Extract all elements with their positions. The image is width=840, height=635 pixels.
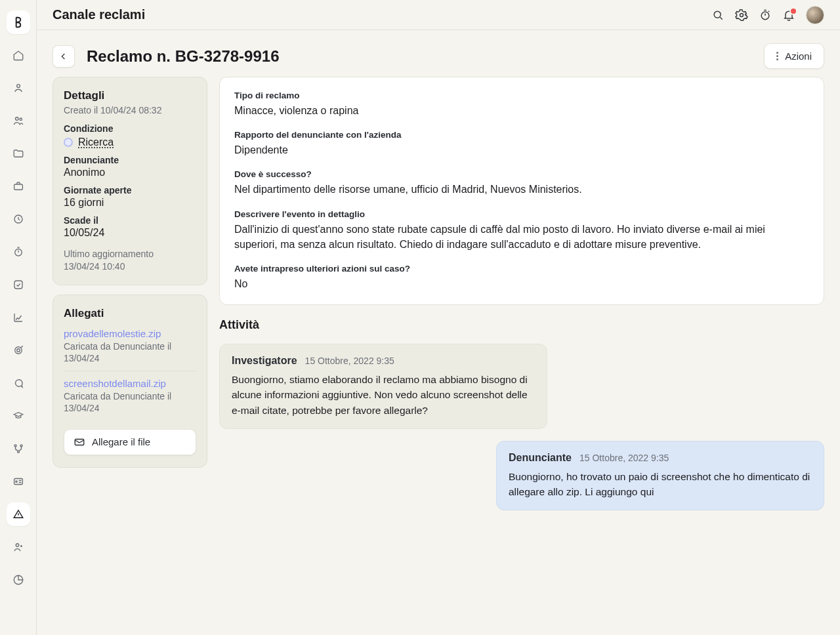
stopwatch-icon[interactable] xyxy=(759,9,772,22)
svg-rect-6 xyxy=(14,281,22,289)
reporter-label: Denunciante xyxy=(64,155,196,165)
activity-messages: Investigatore 15 Ottobre, 2022 9:35 Buon… xyxy=(219,344,824,510)
svg-point-10 xyxy=(20,445,22,447)
attachment-item: screenshotdellamail.zip Caricata da Denu… xyxy=(64,371,196,420)
message-time: 15 Ottobre, 2022 9:35 xyxy=(579,453,669,463)
message-body: Buongiorno, ho trovato un paio di screen… xyxy=(509,469,812,500)
svg-point-8 xyxy=(16,349,20,352)
header-tools xyxy=(711,6,824,24)
details-panel: Dettagli Creato il 10/04/24 08:32 Condiz… xyxy=(52,77,207,285)
nav-user-plus-icon[interactable] xyxy=(7,535,30,559)
attachments-panel: Allegati provadellemolestie.zip Caricata… xyxy=(52,295,207,468)
message-time: 15 Ottobre, 2022 9:35 xyxy=(305,356,394,366)
detail-label: Descrivere l'evento in dettaglio xyxy=(234,209,809,219)
attachment-link[interactable]: screenshotdellamail.zip xyxy=(64,378,166,389)
message-bubble-investigator: Investigatore 15 Ottobre, 2022 9:35 Buon… xyxy=(219,344,547,429)
svg-point-13 xyxy=(15,481,16,482)
nav-folder-icon[interactable] xyxy=(7,142,30,165)
where-value: Nel dipartimento delle risorse umane, uf… xyxy=(234,182,809,197)
search-icon[interactable] xyxy=(711,9,724,22)
settings-icon[interactable] xyxy=(735,9,748,22)
nav-alert-icon[interactable] xyxy=(7,502,30,526)
nav-card-icon[interactable] xyxy=(7,470,30,493)
details-title: Dettagli xyxy=(64,89,196,102)
report-card: Tipo di reclamo Minacce, violenza o rapi… xyxy=(219,77,824,305)
svg-point-15 xyxy=(714,11,721,18)
nav-chat-icon[interactable] xyxy=(7,371,30,395)
relation-value: Dipendente xyxy=(234,142,809,157)
nav-target-icon[interactable] xyxy=(7,338,30,362)
reporter-value: Anonimo xyxy=(64,167,196,178)
svg-point-14 xyxy=(16,544,19,547)
svg-point-11 xyxy=(17,451,19,453)
open-days-label: Giornate aperte xyxy=(64,185,196,195)
status-value[interactable]: Ricerca xyxy=(78,136,114,148)
message-bubble-reporter: Denunciante 15 Ottobre, 2022 9:35 Buongi… xyxy=(496,441,824,511)
attach-file-label: Allegare il file xyxy=(92,436,150,447)
nav-education-icon[interactable] xyxy=(7,404,30,428)
nav-timer-icon[interactable] xyxy=(7,240,30,264)
last-update-label: Ultimo aggiornamento xyxy=(64,248,196,260)
activity-title: Attività xyxy=(219,318,824,332)
attachment-meta: Caricata da Denunciante il 13/04/24 xyxy=(64,390,196,414)
nav-clock-icon[interactable] xyxy=(7,207,30,231)
message-body: Buongiorno, stiamo elaborando il reclamo… xyxy=(232,372,535,418)
type-value: Minacce, violenza o rapina xyxy=(234,103,809,118)
further-value: No xyxy=(234,276,809,291)
svg-point-16 xyxy=(740,13,744,16)
svg-point-1 xyxy=(15,117,18,121)
attachment-meta: Caricata da Denunciante il 13/04/24 xyxy=(64,340,196,364)
last-update: Ultimo aggiornamento 13/04/24 10:40 xyxy=(64,248,196,273)
expires-value: 10/05/24 xyxy=(64,227,196,239)
expires-label: Scade il xyxy=(64,215,196,226)
subheader: Reclamo n. BG-3278-9916 Azioni xyxy=(37,30,840,77)
nav-briefcase-icon[interactable] xyxy=(7,174,30,198)
message-author: Investigatore xyxy=(232,355,297,367)
nav-check-icon[interactable] xyxy=(7,273,30,297)
where-label: Dove è successo? xyxy=(234,169,809,179)
left-rail xyxy=(0,0,37,635)
further-label: Avete intrapreso ulteriori azioni sul ca… xyxy=(234,264,809,274)
svg-point-7 xyxy=(14,347,22,354)
avatar[interactable] xyxy=(806,6,824,24)
actions-button[interactable]: Azioni xyxy=(764,43,824,69)
type-label: Tipo di reclamo xyxy=(234,91,809,100)
svg-point-9 xyxy=(14,445,16,447)
brand-logo[interactable] xyxy=(7,10,30,34)
nav-pie-icon[interactable] xyxy=(7,568,30,592)
case-title: Reclamo n. BG-3278-9916 xyxy=(87,47,279,66)
attachment-item: provadellemolestie.zip Caricata da Denun… xyxy=(64,323,196,371)
status-label: Condizione xyxy=(64,123,196,134)
nav-people-icon[interactable] xyxy=(7,109,30,133)
open-days-value: 16 giorni xyxy=(64,197,196,209)
svg-point-2 xyxy=(20,118,22,120)
nav-person-icon[interactable] xyxy=(7,76,30,100)
details-created: Creato il 10/04/24 08:32 xyxy=(64,105,196,115)
mail-upload-icon xyxy=(74,436,85,448)
attachments-title: Allegati xyxy=(64,307,196,320)
nav-flow-icon[interactable] xyxy=(7,437,30,461)
status-dot-icon xyxy=(64,138,73,147)
relation-label: Rapporto del denunciante con l'azienda xyxy=(234,130,809,140)
notifications-icon[interactable] xyxy=(782,9,795,22)
more-dots-icon xyxy=(776,52,778,60)
svg-point-0 xyxy=(16,85,20,88)
detail-value: Dall'inizio di quest'anno sono state rub… xyxy=(234,222,809,252)
nav-chart-icon[interactable] xyxy=(7,306,30,329)
status-row: Ricerca xyxy=(64,136,196,148)
attachment-link[interactable]: provadellemolestie.zip xyxy=(64,328,161,339)
attach-file-button[interactable]: Allegare il file xyxy=(64,429,196,455)
back-button[interactable] xyxy=(52,45,75,68)
actions-button-label: Azioni xyxy=(785,51,812,62)
nav-home-icon[interactable] xyxy=(7,43,30,67)
page-header: Canale reclami xyxy=(37,0,840,30)
message-author: Denunciante xyxy=(509,452,572,464)
last-update-value: 13/04/24 10:40 xyxy=(64,260,196,273)
page-title: Canale reclami xyxy=(52,7,145,22)
svg-rect-3 xyxy=(14,184,22,190)
